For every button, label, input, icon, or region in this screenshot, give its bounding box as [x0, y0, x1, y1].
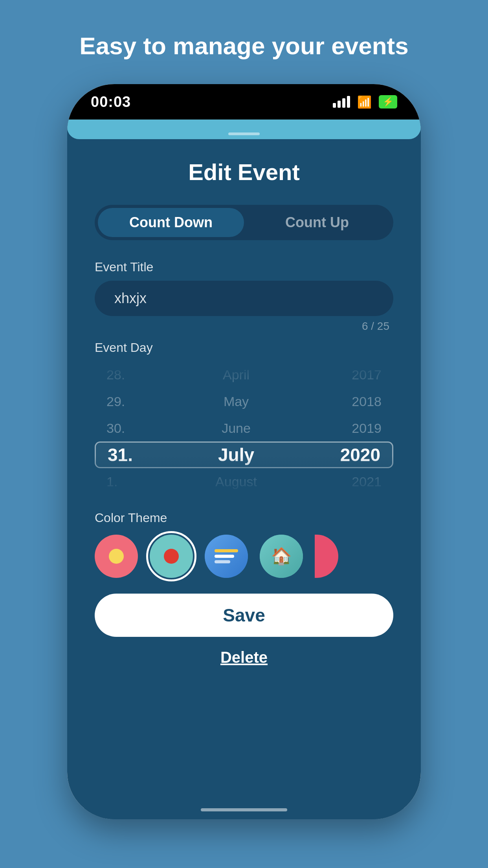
wifi-icon: 📶 — [357, 95, 372, 109]
top-peek — [67, 120, 421, 139]
char-count: 6 / 25 — [95, 320, 389, 333]
event-day-section: Event Day 28. April 2017 29. May 2018 — [95, 340, 393, 495]
color-theme-section: Color Theme — [95, 511, 393, 578]
color-swatches: 🏠 — [95, 535, 393, 578]
blue-app-icon — [205, 535, 248, 578]
home-bar — [201, 808, 287, 811]
date-picker-drum[interactable]: 28. April 2017 29. May 2018 30. June 2 — [95, 361, 393, 495]
count-up-toggle[interactable]: Count Up — [244, 208, 390, 237]
date-row-3: 30. June 2019 — [95, 415, 393, 441]
event-title-input[interactable] — [95, 281, 393, 316]
event-title-section: Event Title 6 / 25 — [95, 260, 393, 333]
status-time: 00:03 — [91, 94, 131, 110]
home-indicator — [67, 808, 421, 819]
event-day-label: Event Day — [95, 340, 393, 355]
screen-title: Edit Event — [188, 159, 300, 185]
color-theme-label: Color Theme — [95, 511, 393, 525]
delete-button[interactable]: Delete — [220, 649, 268, 666]
phone-shell: 00:03 📶 ⚡ Edit Event Coun — [67, 84, 421, 819]
date-row-1: 28. April 2017 — [95, 361, 393, 388]
page-headline: Easy to manage your events — [56, 31, 432, 61]
color-swatch-teal[interactable] — [150, 535, 193, 578]
color-swatch-blue-app[interactable] — [205, 535, 248, 578]
date-row-selected: 31. July 2020 — [95, 441, 393, 468]
date-row-5: 1. August 2021 — [95, 468, 393, 495]
battery-icon: ⚡ — [379, 95, 397, 108]
count-down-toggle[interactable]: Count Down — [98, 208, 244, 237]
color-swatch-pink[interactable] — [95, 535, 138, 578]
status-icons: 📶 ⚡ — [333, 95, 397, 109]
status-bar: 00:03 📶 ⚡ — [67, 84, 421, 120]
event-title-label: Event Title — [95, 260, 393, 274]
color-swatch-teal-app[interactable]: 🏠 — [260, 535, 303, 578]
app-body: Edit Event Count Down Count Up Event Tit… — [67, 120, 421, 819]
toggle-container: Count Down Count Up — [95, 205, 393, 240]
date-row-2: 29. May 2018 — [95, 388, 393, 415]
save-button[interactable]: Save — [95, 594, 393, 637]
color-swatch-red-partial[interactable] — [315, 535, 338, 578]
signal-icon — [333, 96, 350, 108]
drag-handle[interactable] — [228, 132, 260, 135]
content-area: Edit Event Count Down Count Up Event Tit… — [67, 139, 421, 808]
teal-app-icon: 🏠 — [260, 535, 303, 578]
